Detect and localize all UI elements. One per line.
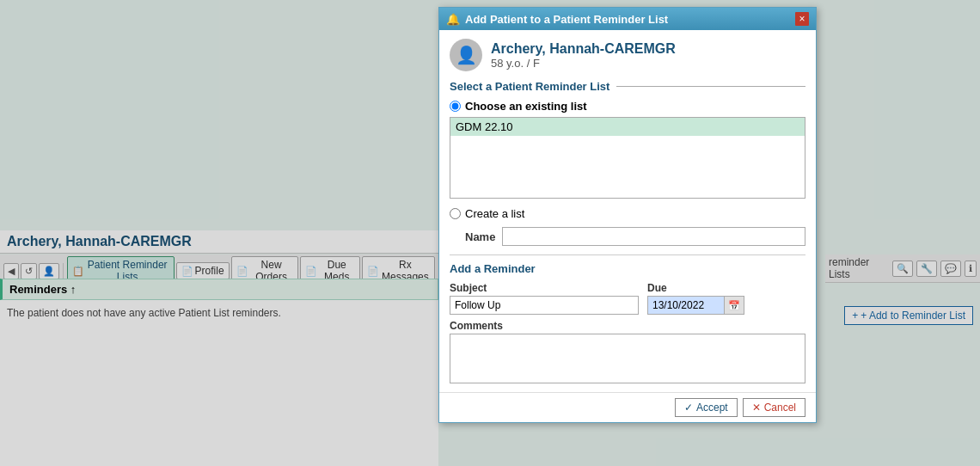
subject-due-row: Subject Due 📅 [450, 282, 805, 315]
add-reminder-section: Add a Reminder Subject Due 📅 Comments [450, 254, 805, 383]
x-icon: ✕ [752, 402, 761, 414]
modal-footer: ✓ Accept ✕ Cancel [439, 392, 816, 422]
modal-body: 👤 Archery, Hannah-CAREMGR 58 y.o. / F Se… [439, 30, 816, 392]
due-label: Due [647, 282, 744, 294]
name-input-row: Name [450, 227, 805, 246]
cancel-button[interactable]: ✕ Cancel [743, 398, 805, 417]
create-list-label[interactable]: Create a list [450, 207, 524, 220]
cancel-label: Cancel [764, 402, 796, 414]
choose-existing-label[interactable]: Choose an existing list [450, 100, 805, 113]
choose-existing-text: Choose an existing list [465, 100, 587, 113]
accept-label: Accept [696, 402, 728, 414]
name-field-input[interactable] [502, 227, 805, 246]
due-date-input[interactable] [647, 296, 725, 315]
select-list-label-text: Select a Patient Reminder List [450, 80, 609, 93]
subject-field: Subject [450, 282, 639, 315]
list-item-label: GDM 22.10 [456, 120, 512, 133]
comments-field: Comments [450, 320, 805, 383]
create-list-text: Create a list [465, 207, 524, 220]
calendar-button[interactable]: 📅 [725, 296, 744, 315]
choose-existing-group: Choose an existing list GDM 22.10 [450, 100, 805, 199]
name-field-label: Name [465, 230, 495, 243]
modal-title: Add Patient to a Patient Reminder List [465, 13, 668, 26]
add-reminder-title: Add a Reminder [450, 262, 805, 275]
modal-patient-info: 👤 Archery, Hannah-CAREMGR 58 y.o. / F [450, 39, 805, 71]
close-icon: × [799, 13, 805, 25]
select-list-section-label: Select a Patient Reminder List [450, 80, 805, 93]
modal-close-button[interactable]: × [795, 12, 809, 26]
accept-button[interactable]: ✓ Accept [675, 398, 738, 417]
list-item[interactable]: GDM 22.10 [450, 118, 805, 136]
titlebar-left: 🔔 Add Patient to a Patient Reminder List [446, 13, 668, 26]
comments-label: Comments [450, 320, 805, 332]
modal-titlebar: 🔔 Add Patient to a Patient Reminder List… [439, 8, 816, 30]
existing-list-box[interactable]: GDM 22.10 [450, 117, 805, 199]
modal-patient-name: Archery, Hannah-CAREMGR [491, 41, 676, 57]
create-list-row: Create a list [450, 207, 805, 220]
checkmark-icon: ✓ [684, 402, 693, 414]
subject-label: Subject [450, 282, 639, 294]
patient-details: Archery, Hannah-CAREMGR 58 y.o. / F [491, 41, 676, 70]
modal-titlebar-icon: 🔔 [446, 13, 460, 26]
date-wrapper: 📅 [647, 296, 744, 315]
choose-existing-radio[interactable] [450, 101, 461, 112]
comments-textarea[interactable] [450, 334, 805, 383]
due-field: Due 📅 [647, 282, 744, 315]
create-list-radio[interactable] [450, 208, 461, 219]
avatar: 👤 [450, 39, 482, 71]
modal-patient-age: 58 y.o. / F [491, 57, 676, 70]
modal-dialog: 🔔 Add Patient to a Patient Reminder List… [438, 7, 817, 423]
subject-input[interactable] [450, 296, 639, 315]
